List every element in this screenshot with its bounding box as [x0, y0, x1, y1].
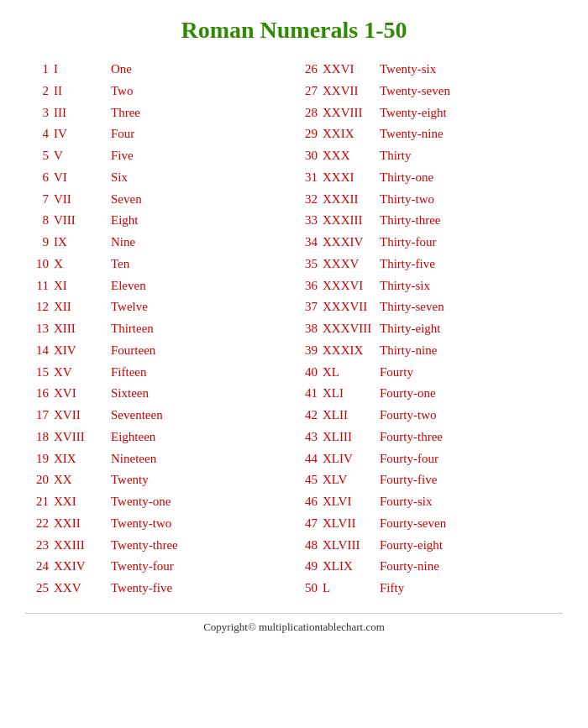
numeral-number: 16: [25, 385, 49, 403]
table-row: 6 VI Six: [25, 167, 294, 189]
numeral-number: 42: [294, 406, 318, 425]
roman-numeral: XLVIII: [323, 537, 375, 555]
roman-numeral: XXVI: [323, 60, 375, 79]
numeral-word: Twelve: [111, 298, 148, 317]
roman-numeral: VI: [54, 169, 106, 187]
numeral-word: Twenty-five: [111, 579, 172, 598]
numeral-word: Thirty-six: [380, 277, 430, 296]
numeral-word: Twenty-six: [380, 60, 436, 79]
numeral-word: Six: [111, 169, 128, 187]
numeral-number: 26: [294, 60, 318, 79]
roman-numeral: XLI: [323, 385, 375, 403]
numeral-number: 31: [294, 169, 318, 187]
table-row: 36 XXXVI Thirty-six: [294, 275, 563, 297]
numeral-word: Thirteen: [111, 320, 154, 338]
roman-numeral: XLVI: [323, 493, 375, 511]
table-row: 22 XXII Twenty-two: [25, 513, 294, 535]
table-row: 11 XI Eleven: [25, 275, 294, 297]
roman-numeral: XXXIV: [323, 233, 375, 252]
numeral-number: 20: [25, 471, 49, 490]
numeral-word: Fourty-seven: [380, 515, 446, 533]
numeral-word: Fourty: [380, 364, 413, 382]
numeral-number: 39: [294, 342, 318, 360]
numeral-word: Eleven: [111, 277, 146, 296]
table-row: 38 XXXVIII Thirty-eight: [294, 318, 563, 340]
table-row: 25 XXV Twenty-five: [25, 578, 294, 600]
numeral-number: 3: [25, 104, 49, 123]
numeral-word: Thirty-two: [380, 191, 434, 209]
numeral-number: 36: [294, 277, 318, 296]
numeral-number: 38: [294, 320, 318, 338]
numeral-word: Seventeen: [111, 406, 163, 425]
table-row: 37 XXXVII Thirty-seven: [294, 296, 563, 318]
numeral-word: Fourty-three: [380, 428, 443, 447]
table-row: 20 XX Twenty: [25, 469, 294, 491]
table-row: 39 XXXIX Thirty-nine: [294, 340, 563, 362]
table-row: 14 XIV Fourteen: [25, 340, 294, 362]
roman-numeral: XVI: [54, 385, 106, 403]
table-row: 28 XXVIII Twenty-eight: [294, 102, 563, 124]
roman-numeral: XXIII: [54, 537, 106, 555]
numeral-word: Thirty-eight: [380, 320, 440, 338]
numeral-word: Thirty-one: [380, 169, 433, 187]
numeral-word: Fourty-four: [380, 450, 438, 469]
table-row: 24 XXIV Twenty-four: [25, 556, 294, 578]
numeral-word: Nine: [111, 233, 135, 252]
numeral-word: Seven: [111, 191, 142, 209]
roman-numeral: XII: [54, 298, 106, 317]
roman-numeral: XXXII: [323, 191, 375, 209]
table-row: 34 XXXIV Thirty-four: [294, 232, 563, 254]
numeral-word: Thirty-seven: [380, 298, 444, 317]
numeral-number: 17: [25, 406, 49, 425]
table-row: 29 XXIX Twenty-nine: [294, 123, 563, 145]
roman-numeral: V: [54, 147, 106, 165]
table-row: 1 I One: [25, 59, 294, 81]
numeral-word: Five: [111, 147, 134, 165]
footer-text: Copyright© multiplicationtablechart.com: [25, 613, 563, 634]
numeral-number: 32: [294, 191, 318, 209]
numeral-number: 50: [294, 579, 318, 598]
table-row: 7 VII Seven: [25, 189, 294, 211]
numeral-number: 24: [25, 558, 49, 576]
numeral-word: One: [111, 60, 132, 79]
table-row: 47 XLVII Fourty-seven: [294, 513, 563, 535]
numeral-word: Nineteen: [111, 450, 156, 469]
table-row: 18 XVIII Eighteen: [25, 427, 294, 448]
numeral-number: 22: [25, 515, 49, 533]
table-row: 32 XXXII Thirty-two: [294, 189, 563, 211]
table-row: 19 XIX Nineteen: [25, 448, 294, 470]
numeral-number: 46: [294, 493, 318, 511]
numeral-word: Thirty-three: [380, 212, 440, 230]
roman-numeral: XXXVI: [323, 277, 375, 296]
numeral-word: Twenty-two: [111, 515, 171, 533]
table-row: 45 XLV Fourty-five: [294, 469, 563, 491]
table-row: 21 XXI Twenty-one: [25, 491, 294, 513]
numeral-number: 27: [294, 82, 318, 101]
roman-numeral: XX: [54, 471, 106, 490]
roman-numeral: III: [54, 104, 106, 123]
numeral-word: Fifty: [380, 579, 404, 598]
table-row: 2 II Two: [25, 81, 294, 102]
numeral-number: 1: [25, 60, 49, 79]
numeral-number: 7: [25, 191, 49, 209]
roman-numeral: L: [323, 579, 375, 598]
left-column: 1 I One 2 II Two 3 III Three 4 IV Four 5…: [25, 59, 294, 600]
table-row: 23 XXIII Twenty-three: [25, 535, 294, 557]
table-row: 40 XL Fourty: [294, 362, 563, 384]
table-row: 16 XVI Sixteen: [25, 383, 294, 405]
roman-numeral: XXXVII: [323, 298, 375, 317]
right-column: 26 XXVI Twenty-six 27 XXVII Twenty-seven…: [294, 59, 563, 600]
numeral-number: 11: [25, 277, 49, 296]
numeral-number: 28: [294, 104, 318, 123]
numeral-word: Fourty-two: [380, 406, 437, 425]
roman-numeral: XLIII: [323, 428, 375, 447]
table-row: 30 XXX Thirty: [294, 145, 563, 167]
numeral-number: 23: [25, 537, 49, 555]
roman-numeral: XXX: [323, 147, 375, 165]
numeral-word: Fourteen: [111, 342, 155, 360]
roman-numeral: II: [54, 82, 106, 101]
numeral-number: 18: [25, 428, 49, 447]
numeral-word: Thirty: [380, 147, 412, 165]
roman-numeral: X: [54, 255, 106, 274]
roman-numeral: XL: [323, 364, 375, 382]
